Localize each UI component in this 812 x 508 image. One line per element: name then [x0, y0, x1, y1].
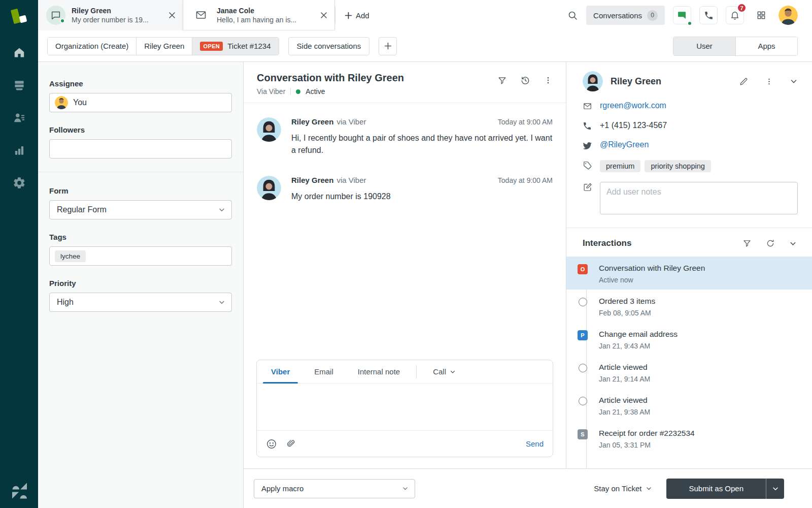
online-dot	[687, 21, 692, 26]
reports-icon[interactable]	[8, 139, 30, 162]
user-card: Riley Green rgreen@work.com	[566, 62, 812, 228]
interactions-title: Interactions	[583, 238, 631, 248]
tag-chip: priority shopping	[645, 160, 710, 172]
home-icon[interactable]	[8, 42, 30, 64]
message-timestamp: Today at 9:00 AM	[498, 176, 553, 184]
submit-as-open-button[interactable]: Submit as Open	[666, 479, 766, 499]
tab-title: Janae Cole	[217, 6, 315, 15]
messaging-button[interactable]	[673, 6, 691, 24]
followers-label: Followers	[49, 125, 232, 134]
customer-email-link[interactable]: rgreen@work.com	[600, 101, 666, 110]
tab-apps[interactable]: Apps	[735, 37, 797, 55]
views-icon[interactable]	[8, 74, 30, 97]
close-icon[interactable]	[320, 12, 327, 19]
tags-field[interactable]: lychee	[49, 246, 232, 266]
ticket-content: Assignee You Followers Form Regular Form…	[38, 62, 812, 508]
interaction-title: Article viewed	[599, 362, 650, 372]
interaction-item-article-1[interactable]: Article viewed Jan 21, 9:14 AM	[566, 356, 812, 389]
message-text: Hi, I recently bought a pair of shoes an…	[291, 132, 553, 156]
stay-on-ticket-select[interactable]: Stay on Ticket	[594, 484, 652, 493]
customer-name: Riley Green	[611, 76, 661, 87]
interaction-item-article-2[interactable]: Article viewed Jan 21, 9:38 AM	[566, 389, 812, 422]
kebab-menu-icon[interactable]	[765, 77, 773, 86]
interaction-time: Jan 21, 9:14 AM	[599, 375, 650, 383]
breadcrumb-ticket[interactable]: OPEN Ticket #1234	[192, 38, 278, 55]
assignee-field[interactable]: You	[49, 93, 232, 112]
tag-icon	[583, 161, 593, 170]
ticket-nav-bar: Organization (Create) Riley Green OPEN T…	[38, 30, 812, 62]
customer-twitter-link[interactable]: @RileyGreen	[600, 140, 649, 149]
interaction-item-receipt[interactable]: S Receipt for order #2232534 Jan 05, 3:3…	[566, 422, 812, 455]
refresh-icon[interactable]	[766, 239, 775, 248]
agent-avatar[interactable]	[779, 6, 798, 25]
history-icon[interactable]	[520, 75, 530, 85]
notifications-button[interactable]: 7	[726, 6, 744, 24]
kebab-menu-icon[interactable]	[544, 76, 553, 85]
customers-icon[interactable]	[8, 107, 30, 129]
priority-label: Priority	[49, 279, 232, 288]
customer-context-panel: Riley Green rgreen@work.com	[566, 62, 812, 468]
status-badge-open: OPEN	[200, 42, 223, 51]
filter-icon[interactable]	[742, 239, 752, 248]
conversations-button[interactable]: Conversations 0	[586, 6, 665, 25]
collapse-chevron-icon[interactable]	[789, 240, 797, 247]
ticket-tab-janae-cole[interactable]: Janae Cole Hello, I am having an is...	[183, 0, 335, 30]
form-value: Regular Form	[57, 205, 107, 214]
nav-rail	[0, 0, 38, 508]
form-select[interactable]: Regular Form	[49, 200, 232, 219]
interaction-time: Jan 21, 9:43 AM	[599, 342, 678, 350]
composer-toolbar: Send	[257, 430, 553, 457]
reply-composer: Viber Email Internal note Call	[256, 360, 553, 457]
priority-select[interactable]: High	[49, 293, 232, 312]
event-dot	[579, 397, 587, 405]
message-author: Riley Green	[291, 117, 333, 126]
composer-tab-internal-note[interactable]: Internal note	[346, 360, 412, 383]
admin-gear-icon[interactable]	[8, 172, 30, 194]
attachment-icon[interactable]	[286, 439, 296, 449]
ticket-fields-panel: Assignee You Followers Form Regular Form…	[38, 62, 244, 508]
filter-icon[interactable]	[497, 76, 507, 85]
composer-tab-email[interactable]: Email	[302, 360, 346, 383]
collapse-chevron-icon[interactable]	[790, 77, 798, 85]
tab-preview: My order number is 19...	[72, 15, 163, 24]
interaction-item-email-change[interactable]: P Change email address Jan 21, 9:43 AM	[566, 323, 812, 356]
composer-tab-viber[interactable]: Viber	[259, 360, 302, 383]
phone-row: +1 (415) 123-4567	[583, 121, 798, 131]
followers-field[interactable]	[49, 139, 232, 158]
search-icon[interactable]	[567, 10, 578, 21]
phone-icon	[583, 121, 593, 131]
add-ticket-button[interactable]: Add	[335, 0, 379, 30]
composer-tab-call[interactable]: Call	[421, 360, 468, 383]
edit-pencil-icon[interactable]	[739, 77, 749, 86]
interaction-title: Ordered 3 items	[599, 296, 655, 306]
submit-options-chevron[interactable]	[766, 479, 784, 499]
send-button[interactable]: Send	[526, 439, 544, 448]
context-panel-tabs: User Apps	[673, 37, 798, 56]
interaction-title: Change email address	[599, 329, 678, 339]
interaction-item-order[interactable]: Ordered 3 items Feb 08, 9:05 AM	[566, 290, 812, 323]
interactions-panel: Interactions O	[566, 228, 812, 468]
apply-macro-select[interactable]: Apply macro	[254, 479, 415, 498]
apps-grid-button[interactable]	[752, 6, 770, 24]
message-channel: via Viber	[336, 117, 366, 126]
side-conversations-button[interactable]: Side conversations	[288, 37, 370, 55]
interaction-item-conversation[interactable]: O Conversation with Riley Green Active n…	[566, 257, 812, 290]
tab-user[interactable]: User	[673, 37, 735, 55]
twitter-row: @RileyGreen	[583, 140, 798, 150]
add-side-conversation-button[interactable]	[379, 37, 397, 55]
assignee-value: You	[73, 98, 87, 107]
emoji-icon[interactable]	[266, 438, 277, 450]
customer-tags: premium priority shopping	[600, 160, 711, 172]
call-button[interactable]	[699, 6, 718, 24]
breadcrumb-requester[interactable]: Riley Green	[137, 38, 192, 55]
breadcrumb-organization[interactable]: Organization (Create)	[48, 38, 137, 55]
composer-input[interactable]	[257, 384, 553, 430]
plus-icon	[345, 12, 352, 19]
ticket-tab-riley-green[interactable]: Riley Green My order number is 19...	[38, 0, 183, 30]
zendesk-agent-workspace: Riley Green My order number is 19... Jan…	[0, 0, 812, 508]
user-notes-textarea[interactable]	[600, 182, 798, 214]
work-column: Conversation with Riley Green Via Viber …	[244, 62, 812, 508]
chevron-down-icon	[218, 206, 225, 213]
conversation-header: Conversation with Riley Green Via Viber …	[244, 62, 566, 103]
close-icon[interactable]	[168, 12, 176, 19]
